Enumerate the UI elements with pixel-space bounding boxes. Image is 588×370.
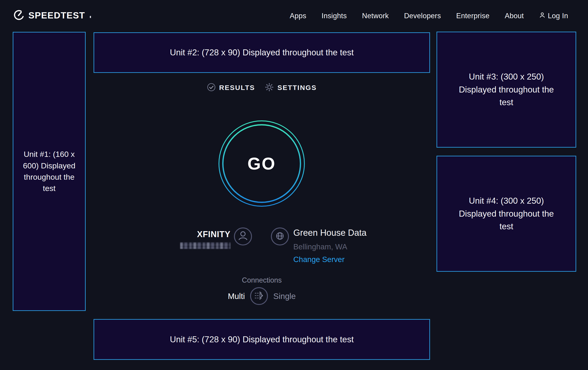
connections-toggle-row: Multi Single [94, 287, 430, 305]
ad-unit-4-rectangle[interactable]: Unit #4: (300 x 250) Displayed throughou… [437, 156, 576, 272]
connections-multi-option[interactable]: Multi [228, 291, 245, 301]
login-label: Log In [548, 12, 568, 20]
nav-item-network[interactable]: Network [362, 12, 389, 20]
person-icon [235, 228, 251, 245]
check-circle-icon [207, 83, 216, 92]
ad-unit-2-leaderboard[interactable]: Unit #2: (728 x 90) Displayed throughout… [94, 32, 430, 73]
nav-item-enterprise[interactable]: Enterprise [456, 12, 489, 20]
nav-item-apps[interactable]: Apps [290, 12, 306, 20]
user-icon [539, 12, 546, 20]
tab-settings-label: SETTINGS [277, 84, 317, 91]
ad-unit-3-text: Unit #3: (300 x 250) Displayed throughou… [452, 70, 561, 109]
connections-single-option[interactable]: Single [273, 291, 296, 301]
connections-toggle-button[interactable] [250, 287, 268, 305]
trademark-mark [90, 16, 91, 18]
multi-arrows-icon [251, 288, 267, 304]
redacted-ip-text [180, 242, 231, 249]
main-nav: Apps Insights Network Developers Enterpr… [290, 0, 568, 32]
speedtest-logo[interactable]: SPEEDTEST [13, 9, 89, 22]
connections-label: Connections [94, 276, 430, 284]
go-button[interactable]: GO [218, 120, 305, 207]
nav-item-about[interactable]: About [505, 12, 524, 20]
tab-results[interactable]: RESULTS [207, 83, 255, 93]
ad-unit-4-text: Unit #4: (300 x 250) Displayed throughou… [452, 194, 561, 233]
login-button[interactable]: Log In [539, 12, 568, 20]
top-nav-bar: SPEEDTEST Apps Insights Network Develope… [0, 0, 588, 32]
nav-item-developers[interactable]: Developers [404, 12, 441, 20]
server-location: Bellingham, WA [293, 242, 367, 251]
server-info-block: Green House Data Bellingham, WA Change S… [293, 228, 367, 264]
speedometer-gauge-icon [13, 9, 25, 22]
globe-icon [272, 228, 288, 245]
ad-unit-5-text: Unit #5: (728 x 90) Displayed throughout… [170, 333, 354, 346]
tab-results-label: RESULTS [219, 84, 255, 91]
isp-badge[interactable] [234, 228, 252, 245]
ad-unit-1-text: Unit #1: (160 x 600) Displayed throughou… [22, 149, 76, 194]
isp-name: XFINITY [197, 230, 231, 239]
go-button-label: GO [218, 120, 305, 207]
server-name: Green House Data [293, 228, 367, 238]
ad-unit-3-rectangle[interactable]: Unit #3: (300 x 250) Displayed throughou… [437, 32, 576, 148]
ad-unit-1-skyscraper[interactable]: Unit #1: (160 x 600) Displayed throughou… [13, 32, 86, 311]
logo-wordmark: SPEEDTEST [28, 10, 85, 20]
isp-block: XFINITY [148, 230, 231, 249]
ad-unit-5-leaderboard[interactable]: Unit #5: (728 x 90) Displayed throughout… [94, 319, 430, 360]
tab-settings[interactable]: SETTINGS [265, 83, 317, 93]
ad-unit-2-text: Unit #2: (728 x 90) Displayed throughout… [170, 46, 354, 59]
gear-icon [265, 83, 274, 93]
nav-item-insights[interactable]: Insights [322, 12, 347, 20]
change-server-link[interactable]: Change Server [293, 255, 345, 264]
results-settings-tabs: RESULTS SETTINGS [94, 83, 430, 93]
server-badge[interactable] [271, 228, 289, 245]
